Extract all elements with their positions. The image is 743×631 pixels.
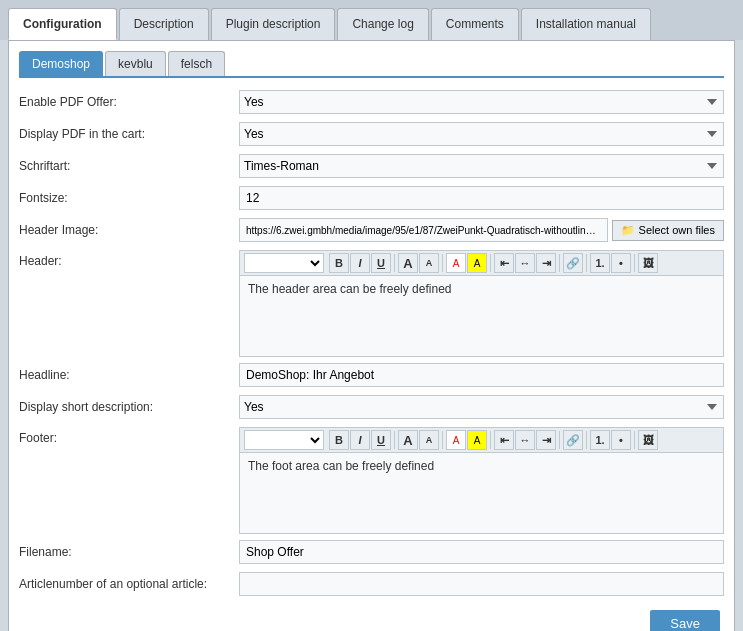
tab-plugin-description[interactable]: Plugin description	[211, 8, 336, 40]
header-bgcolor-btn[interactable]: A	[467, 253, 487, 273]
articlenumber-control	[239, 572, 724, 596]
display-pdf-row: Display PDF in the cart: Yes	[19, 122, 724, 148]
filename-input[interactable]	[239, 540, 724, 564]
header-bold-btn[interactable]: B	[329, 253, 349, 273]
header-sep-2	[442, 254, 443, 272]
articlenumber-input[interactable]	[239, 572, 724, 596]
header-align-left-btn[interactable]: ⇤	[494, 253, 514, 273]
header-font-select[interactable]	[244, 253, 324, 273]
footer-editor: B I U A A A A ⇤ ↔ ⇥ 🔗 1.	[239, 427, 724, 534]
display-short-select[interactable]: Yes	[239, 395, 724, 419]
main-content: Demoshop kevblu felsch Enable PDF Offer:…	[8, 40, 735, 631]
display-short-control: Yes	[239, 395, 724, 419]
sub-tabs: Demoshop kevblu felsch	[19, 51, 724, 78]
footer-underline-btn[interactable]: U	[371, 430, 391, 450]
header-editor-control: B I U A A A A ⇤ ↔ ⇥ 🔗 1.	[239, 250, 724, 357]
footer-bgcolor-btn[interactable]: A	[467, 430, 487, 450]
header-link-btn[interactable]: 🔗	[563, 253, 583, 273]
footer-bigger-btn[interactable]: A	[398, 430, 418, 450]
enable-pdf-label: Enable PDF Offer:	[19, 90, 239, 109]
footer-link-btn[interactable]: 🔗	[563, 430, 583, 450]
header-img-btn[interactable]: 🖼	[638, 253, 658, 273]
header-align-center-btn[interactable]: ↔	[515, 253, 535, 273]
filename-control	[239, 540, 724, 564]
sub-tab-kevblu[interactable]: kevblu	[105, 51, 166, 76]
fontsize-label: Fontsize:	[19, 186, 239, 205]
tabs-bar: Configuration Description Plugin descrip…	[0, 0, 743, 40]
footer-sep-5	[586, 431, 587, 449]
footer-color-btn[interactable]: A	[446, 430, 466, 450]
enable-pdf-control: Yes	[239, 90, 724, 114]
footer-italic-btn[interactable]: I	[350, 430, 370, 450]
footer-toolbar: B I U A A A A ⇤ ↔ ⇥ 🔗 1.	[240, 428, 723, 453]
sub-tab-felsch[interactable]: felsch	[168, 51, 225, 76]
articlenumber-row: Articlenumber of an optional article:	[19, 572, 724, 598]
header-smaller-btn[interactable]: A	[419, 253, 439, 273]
header-content: The header area can be freely defined	[248, 282, 451, 296]
headline-control	[239, 363, 724, 387]
fontsize-row: Fontsize:	[19, 186, 724, 212]
headline-input[interactable]	[239, 363, 724, 387]
header-list-ol-btn[interactable]: 1.	[590, 253, 610, 273]
header-color-btn[interactable]: A	[446, 253, 466, 273]
footer-img-btn[interactable]: 🖼	[638, 430, 658, 450]
footer-list-ol-btn[interactable]: 1.	[590, 430, 610, 450]
save-row: Save	[19, 610, 724, 631]
tab-configuration[interactable]: Configuration	[8, 8, 117, 40]
header-underline-btn[interactable]: U	[371, 253, 391, 273]
header-image-input[interactable]	[239, 218, 608, 242]
footer-sep-1	[394, 431, 395, 449]
header-label: Header:	[19, 250, 239, 268]
header-editor: B I U A A A A ⇤ ↔ ⇥ 🔗 1.	[239, 250, 724, 357]
header-sep-5	[586, 254, 587, 272]
header-list-ul-btn[interactable]: •	[611, 253, 631, 273]
footer-row: Footer: B I U A A A A ⇤ ↔ ⇥	[19, 427, 724, 534]
footer-smaller-btn[interactable]: A	[419, 430, 439, 450]
footer-content: The foot area can be freely defined	[248, 459, 434, 473]
header-image-control: 📁 Select own files	[239, 218, 724, 242]
tab-installation-manual[interactable]: Installation manual	[521, 8, 651, 40]
display-pdf-control: Yes	[239, 122, 724, 146]
header-image-row: Header Image: 📁 Select own files	[19, 218, 724, 244]
fontsize-control	[239, 186, 724, 210]
footer-bold-btn[interactable]: B	[329, 430, 349, 450]
header-row: Header: B I U A A A A ⇤ ↔ ⇥	[19, 250, 724, 357]
header-sep-6	[634, 254, 635, 272]
filename-label: Filename:	[19, 540, 239, 559]
header-editor-body[interactable]: The header area can be freely defined	[240, 276, 723, 356]
footer-editor-control: B I U A A A A ⇤ ↔ ⇥ 🔗 1.	[239, 427, 724, 534]
schriftart-label: Schriftart:	[19, 154, 239, 173]
footer-font-select[interactable]	[244, 430, 324, 450]
articlenumber-label: Articlenumber of an optional article:	[19, 572, 239, 591]
sub-tab-demoshop[interactable]: Demoshop	[19, 51, 103, 76]
footer-editor-body[interactable]: The foot area can be freely defined	[240, 453, 723, 533]
select-file-label: Select own files	[639, 224, 715, 236]
tab-comments[interactable]: Comments	[431, 8, 519, 40]
footer-list-ul-btn[interactable]: •	[611, 430, 631, 450]
footer-sep-2	[442, 431, 443, 449]
header-toolbar: B I U A A A A ⇤ ↔ ⇥ 🔗 1.	[240, 251, 723, 276]
footer-align-center-btn[interactable]: ↔	[515, 430, 535, 450]
display-short-label: Display short description:	[19, 395, 239, 414]
fontsize-input[interactable]	[239, 186, 724, 210]
tab-description[interactable]: Description	[119, 8, 209, 40]
tab-change-log[interactable]: Change log	[337, 8, 428, 40]
schriftart-select[interactable]: Times-Roman	[239, 154, 724, 178]
save-button[interactable]: Save	[650, 610, 720, 631]
headline-row: Headline:	[19, 363, 724, 389]
footer-align-right-btn[interactable]: ⇥	[536, 430, 556, 450]
schriftart-row: Schriftart: Times-Roman	[19, 154, 724, 180]
select-file-button[interactable]: 📁 Select own files	[612, 220, 724, 241]
header-sep-4	[559, 254, 560, 272]
header-bigger-btn[interactable]: A	[398, 253, 418, 273]
footer-sep-6	[634, 431, 635, 449]
enable-pdf-row: Enable PDF Offer: Yes	[19, 90, 724, 116]
display-short-row: Display short description: Yes	[19, 395, 724, 421]
display-pdf-select[interactable]: Yes	[239, 122, 724, 146]
header-italic-btn[interactable]: I	[350, 253, 370, 273]
footer-sep-3	[490, 431, 491, 449]
enable-pdf-select[interactable]: Yes	[239, 90, 724, 114]
footer-sep-4	[559, 431, 560, 449]
header-align-right-btn[interactable]: ⇥	[536, 253, 556, 273]
footer-align-left-btn[interactable]: ⇤	[494, 430, 514, 450]
